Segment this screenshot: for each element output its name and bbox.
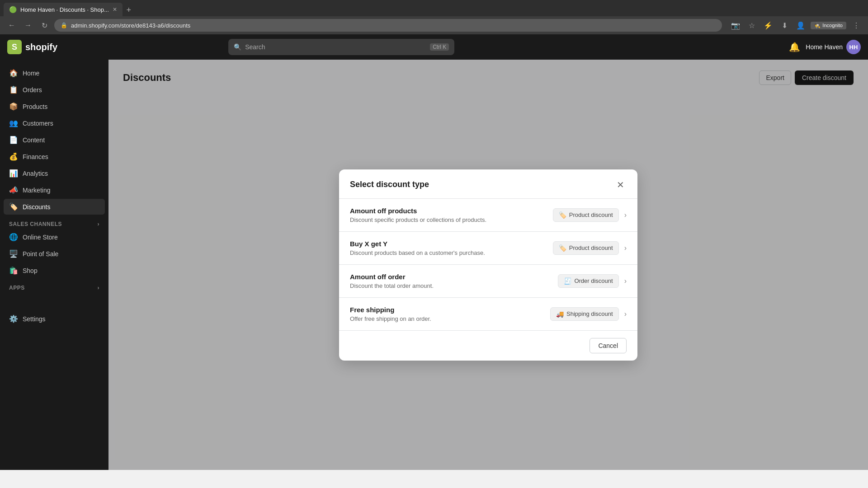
customers-icon: 👥: [9, 119, 18, 127]
analytics-icon: 📊: [9, 169, 18, 178]
profile-button[interactable]: 👤: [794, 19, 807, 32]
sidebar-item-settings-label: Settings: [23, 315, 46, 323]
finances-icon: 💰: [9, 152, 18, 161]
modal-header: Select discount type ✕: [339, 169, 637, 199]
browser-actions: 📷 ☆ ⚡ ⬇ 👤 🕵️ Incognito ⋮: [729, 19, 863, 32]
refresh-button[interactable]: ↻: [38, 19, 51, 32]
sidebar-item-settings[interactable]: ⚙️ Settings: [4, 311, 105, 327]
search-icon: 🔍: [234, 43, 241, 51]
discount-option-free-shipping[interactable]: Free shipping Offer free shipping on an …: [339, 298, 637, 330]
sidebar-item-orders[interactable]: 📋 Orders: [4, 82, 105, 98]
browser-tab-bar: 🟢 Home Haven · Discounts · Shop... ✕ +: [0, 0, 868, 16]
sales-channels-label: Sales channels: [9, 221, 62, 227]
sidebar-item-content[interactable]: 📄 Content: [4, 132, 105, 148]
discount-option-amount-off-order-info: Amount off order Discount the total orde…: [350, 273, 434, 289]
shopify-logo-text: shopify: [25, 42, 57, 52]
discount-option-buy-x-get-y[interactable]: Buy X get Y Discount products based on a…: [339, 232, 637, 265]
product-discount-label-2: Product discount: [569, 244, 613, 251]
sidebar-item-home[interactable]: 🏠 Home: [4, 65, 105, 81]
browser-tab[interactable]: 🟢 Home Haven · Discounts · Shop... ✕: [4, 3, 123, 16]
point-of-sale-icon: 🖥️: [9, 249, 18, 258]
online-store-icon: 🌐: [9, 233, 18, 241]
discount-option-amount-off-order[interactable]: Amount off order Discount the total orde…: [339, 265, 637, 298]
sidebar-item-discounts[interactable]: 🏷️ Discounts: [4, 199, 105, 215]
orders-icon: 📋: [9, 85, 18, 94]
apps-section[interactable]: Apps ›: [4, 279, 105, 293]
download-button[interactable]: ⬇: [778, 19, 791, 32]
chevron-right-icon-4: ›: [624, 310, 627, 318]
sales-channels-chevron: ›: [98, 221, 100, 227]
sidebar-item-analytics[interactable]: 📊 Analytics: [4, 165, 105, 181]
tab-favicon: 🟢: [9, 6, 17, 13]
sidebar-item-marketing-label: Marketing: [23, 187, 50, 194]
sidebar-item-finances[interactable]: 💰 Finances: [4, 149, 105, 164]
sidebar-item-shop-label: Shop: [23, 267, 38, 274]
discounts-icon: 🏷️: [9, 202, 18, 211]
new-tab-button[interactable]: +: [123, 4, 135, 16]
discount-option-buy-x-get-y-title: Buy X get Y: [350, 240, 485, 248]
avatar: HH: [846, 40, 861, 54]
discount-option-free-shipping-badge: 🚚 Shipping discount: [550, 307, 619, 321]
shipping-discount-icon: 🚚: [556, 310, 564, 318]
sidebar-item-customers[interactable]: 👥 Customers: [4, 115, 105, 131]
discount-option-free-shipping-info: Free shipping Offer free shipping on an …: [350, 306, 431, 322]
sidebar-item-analytics-label: Analytics: [23, 170, 48, 177]
modal-title: Select discount type: [350, 180, 429, 189]
shopify-logo-icon: S: [7, 40, 22, 54]
apps-label: Apps: [9, 285, 25, 291]
apps-chevron: ›: [98, 285, 100, 291]
shopify-logo: S shopify: [7, 40, 57, 54]
back-button[interactable]: ←: [5, 19, 18, 32]
order-discount-icon: 🧾: [564, 277, 571, 285]
discount-option-amount-off-products[interactable]: Amount off products Discount specific pr…: [339, 199, 637, 232]
settings-icon: ⚙️: [9, 314, 18, 323]
notifications-button[interactable]: 🔔: [789, 42, 800, 52]
menu-button[interactable]: ⋮: [850, 19, 863, 32]
home-icon: 🏠: [9, 69, 18, 77]
sidebar-item-online-store[interactable]: 🌐 Online Store: [4, 229, 105, 245]
tab-close-button[interactable]: ✕: [113, 6, 117, 13]
sidebar-item-content-label: Content: [23, 136, 45, 144]
forward-button[interactable]: →: [22, 19, 34, 32]
sidebar-item-customers-label: Customers: [23, 120, 53, 127]
sidebar-item-point-of-sale-label: Point of Sale: [23, 250, 58, 258]
search-bar[interactable]: 🔍 Search Ctrl K: [228, 39, 454, 55]
discount-option-amount-off-products-title: Amount off products: [350, 207, 486, 215]
camera-button[interactable]: 📷: [729, 19, 742, 32]
discount-option-amount-off-order-desc: Discount the total order amount.: [350, 282, 434, 289]
discount-option-amount-off-products-info: Amount off products Discount specific pr…: [350, 207, 486, 223]
modal-body: Amount off products Discount specific pr…: [339, 199, 637, 330]
products-icon: 📦: [9, 102, 18, 111]
sidebar-item-orders-label: Orders: [23, 86, 42, 94]
modal-close-button[interactable]: ✕: [614, 178, 627, 191]
incognito-icon: 🕵️: [814, 23, 821, 28]
content-area: 🏠 Home 📋 Orders 📦 Products 👥 Customers 📄…: [0, 60, 868, 470]
sidebar-item-online-store-label: Online Store: [23, 234, 58, 241]
content-icon: 📄: [9, 136, 18, 144]
sidebar-item-discounts-label: Discounts: [23, 203, 50, 211]
address-bar: ← → ↻ 🔒 admin.shopify.com/store/de8143-a…: [0, 16, 868, 34]
modal-footer: Cancel: [339, 330, 637, 361]
sidebar-item-shop[interactable]: 🛍️ Shop: [4, 263, 105, 278]
discount-option-buy-x-get-y-badge: 🏷️ Product discount: [553, 241, 619, 255]
sidebar-item-marketing[interactable]: 📣 Marketing: [4, 182, 105, 198]
product-discount-icon-2: 🏷️: [559, 244, 566, 252]
sales-channels-section[interactable]: Sales channels ›: [4, 216, 105, 229]
marketing-icon: 📣: [9, 186, 18, 194]
product-discount-label-1: Product discount: [569, 211, 613, 218]
discount-option-amount-off-order-badge: 🧾 Order discount: [558, 274, 618, 288]
extensions-button[interactable]: ⚡: [762, 19, 774, 32]
bookmark-button[interactable]: ☆: [745, 19, 758, 32]
order-discount-label: Order discount: [574, 277, 613, 284]
discount-option-free-shipping-title: Free shipping: [350, 306, 431, 314]
url-bar[interactable]: 🔒 admin.shopify.com/store/de8143-a6/disc…: [54, 19, 722, 32]
shop-icon: 🛍️: [9, 266, 18, 275]
main-content: Discounts Export Create discount Learn m…: [108, 60, 868, 470]
header-actions: 🔔 Home Haven HH: [789, 40, 861, 54]
store-name-text: Home Haven: [806, 43, 843, 51]
discount-option-buy-x-get-y-info: Buy X get Y Discount products based on a…: [350, 240, 485, 256]
sidebar-item-products[interactable]: 📦 Products: [4, 99, 105, 114]
sidebar-item-point-of-sale[interactable]: 🖥️ Point of Sale: [4, 246, 105, 262]
cancel-button[interactable]: Cancel: [590, 338, 627, 353]
discount-option-amount-off-products-desc: Discount specific products or collection…: [350, 216, 486, 223]
